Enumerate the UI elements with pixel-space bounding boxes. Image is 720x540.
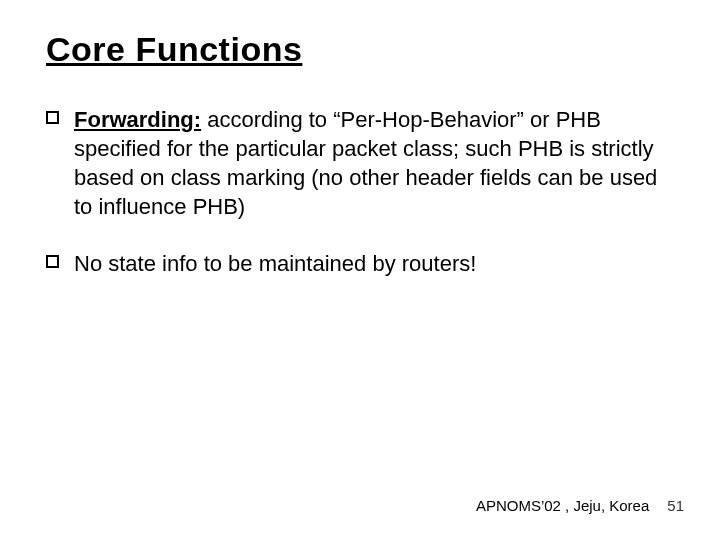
bullet-item: Forwarding: according to “Per-Hop-Behavi…: [46, 105, 674, 221]
bullet-text: No state info to be maintained by router…: [74, 251, 476, 276]
square-bullet-icon: [46, 111, 59, 124]
footer: APNOMS’02 , Jeju, Korea 51: [476, 497, 684, 514]
bullet-list: Forwarding: according to “Per-Hop-Behavi…: [46, 105, 674, 278]
slide: Core Functions Forwarding: according to …: [0, 0, 720, 540]
bullet-item: No state info to be maintained by router…: [46, 249, 674, 278]
footer-page-number: 51: [667, 497, 684, 514]
slide-title: Core Functions: [46, 30, 674, 69]
footer-location: APNOMS’02 , Jeju, Korea: [476, 497, 649, 514]
bullet-lead: Forwarding:: [74, 107, 201, 132]
square-bullet-icon: [46, 255, 59, 268]
